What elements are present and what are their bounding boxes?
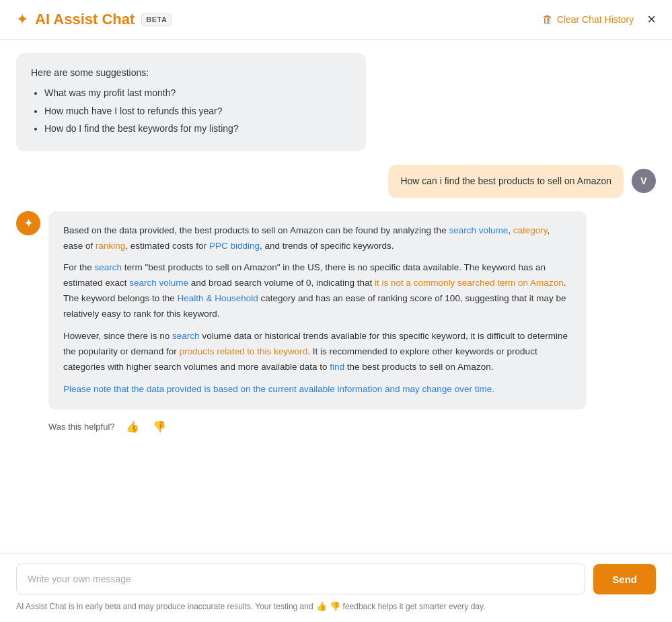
suggestion-item-1: What was my profit last month?: [44, 85, 351, 100]
header-left: ✦ AI Assist Chat BETA: [16, 11, 172, 28]
footer-text-before: AI Assist Chat is in early beta and may …: [16, 602, 313, 611]
footer-thumbs-up-icon: 👍: [316, 601, 327, 611]
app-title: AI Assist Chat: [35, 11, 135, 28]
ai-paragraph-3: However, since there is no search volume…: [63, 329, 572, 375]
trash-icon: 🗑: [542, 13, 553, 26]
sparkle-icon: ✦: [16, 11, 28, 28]
thumbs-down-button[interactable]: 👎: [150, 419, 169, 434]
chat-area: Here are some suggestions: What was my p…: [0, 40, 672, 553]
ai-paragraph-2: For the search term "best products to se…: [63, 260, 572, 322]
clear-history-label: Clear Chat History: [557, 14, 634, 25]
ai-paragraph-1: Based on the data provided, the best pro…: [63, 223, 572, 254]
user-message-row: How can i find the best products to sell…: [16, 165, 656, 198]
clear-history-button[interactable]: 🗑 Clear Chat History: [542, 13, 634, 26]
ai-sparkle-icon: ✦: [24, 216, 34, 231]
header-right: 🗑 Clear Chat History ×: [542, 12, 656, 27]
suggestions-bubble: Here are some suggestions: What was my p…: [16, 53, 366, 151]
ai-message-row: ✦ Based on the data provided, the best p…: [16, 211, 656, 434]
thumbs-up-button[interactable]: 👍: [123, 419, 142, 434]
suggestion-item-2: How much have I lost to refunds this yea…: [44, 104, 351, 118]
close-button[interactable]: ×: [647, 12, 656, 27]
input-area: Send: [0, 553, 672, 601]
header: ✦ AI Assist Chat BETA 🗑 Clear Chat Histo…: [0, 0, 672, 40]
footer-disclaimer: AI Assist Chat is in early beta and may …: [0, 601, 672, 622]
footer-thumbs-down-icon: 👎: [330, 601, 340, 611]
beta-badge: BETA: [141, 13, 172, 26]
helpful-row: Was this helpful? 👍 👎: [48, 419, 587, 434]
ai-avatar: ✦: [16, 211, 40, 235]
suggestions-intro: Here are some suggestions:: [31, 65, 351, 80]
suggestion-item-3: How do I find the best keywords for my l…: [44, 121, 351, 136]
user-bubble: How can i find the best products to sell…: [388, 165, 624, 198]
ai-paragraph-4: Please note that the data provided is ba…: [63, 382, 572, 397]
helpful-label: Was this helpful?: [48, 422, 115, 432]
suggestions-list: What was my profit last month? How much …: [31, 85, 351, 136]
ai-bubble: Based on the data provided, the best pro…: [48, 211, 587, 410]
footer-text-after: feedback helps it get smarter every day.: [343, 602, 486, 611]
message-input[interactable]: [16, 563, 585, 594]
send-button[interactable]: Send: [593, 564, 656, 594]
user-avatar: V: [632, 169, 656, 193]
